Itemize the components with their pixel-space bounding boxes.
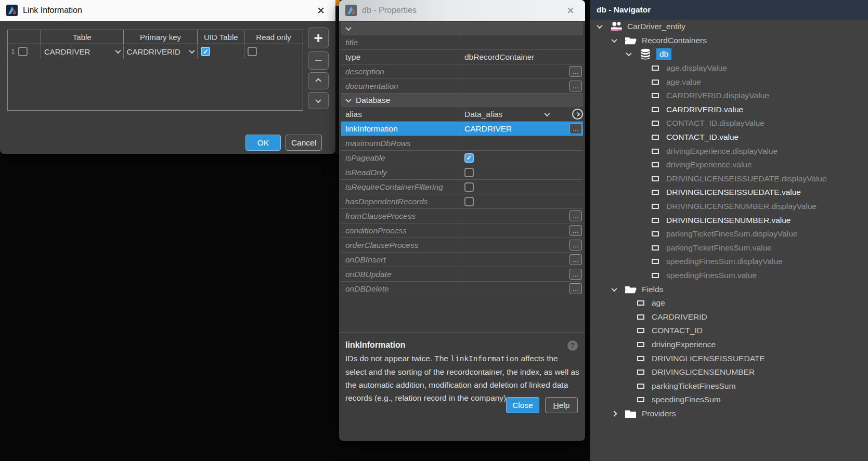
isRequireContainerFiltering-checkbox[interactable] <box>464 182 474 192</box>
chevron-right-icon[interactable] <box>611 411 617 416</box>
chevron-down-icon[interactable] <box>189 48 195 54</box>
section-header-row[interactable]: Database <box>341 94 583 107</box>
property-row[interactable]: typedbRecordContainer <box>341 50 583 64</box>
tree-node-drivingexperience-value[interactable]: drivingExperience.value <box>590 158 868 172</box>
property-value-cell[interactable]: … <box>461 209 583 223</box>
help-circle-icon[interactable]: ? <box>567 340 578 351</box>
close-icon[interactable]: ✕ <box>562 5 579 17</box>
property-row[interactable]: hasDependentRecords <box>341 194 583 209</box>
tree-node-parkingticketfinessum[interactable]: parkingTicketFinesSum <box>590 379 868 393</box>
property-value-cell[interactable]: … <box>461 282 583 296</box>
tree-node-providers[interactable]: Providers <box>590 407 868 421</box>
tree-node-drivingexperience-displayvalue[interactable]: drivingExperience.displayValue <box>590 144 868 158</box>
remove-row-button[interactable]: − <box>308 51 329 70</box>
tree-node-speedingfinessum[interactable]: speedingFinesSum <box>590 393 868 407</box>
property-row[interactable]: isRequireContainerFiltering <box>341 180 583 194</box>
chevron-down-icon[interactable] <box>626 50 631 56</box>
tree-node-speedingfinessum-displayvalue[interactable]: speedingFinesSum.displayValue <box>590 255 868 269</box>
tree-node-drivingexperience[interactable]: drivingExperience <box>590 338 868 352</box>
ellipsis-button[interactable]: … <box>569 283 582 294</box>
ellipsis-button[interactable]: … <box>569 210 582 221</box>
tree-node-db[interactable]: db <box>590 47 868 61</box>
help-button[interactable]: Help <box>545 397 578 413</box>
tree-node-drivinglicensenumber[interactable]: DRIVINGLICENSENUMBER <box>590 365 868 379</box>
property-value-cell[interactable] <box>461 165 583 179</box>
tree-node-parkingticketfinessum-displayvalue[interactable]: parkingTicketFinesSum.displayValue <box>590 227 868 241</box>
tree-node-drivinglicensenumber-displayvalue[interactable]: DRIVINGLICENSENUMBER.displayValue <box>590 200 868 214</box>
table-cell-read-only[interactable] <box>244 44 303 59</box>
jump-to-icon[interactable] <box>572 109 583 120</box>
link-dialog-titlebar[interactable]: Link Information ✕ <box>0 0 335 21</box>
move-up-button[interactable] <box>308 72 329 89</box>
tree-node-drivinglicenseissuedate[interactable]: DRIVINGLICENSEISSUEDATE <box>590 351 868 365</box>
chevron-down-icon[interactable] <box>611 37 617 43</box>
chevron-down-icon[interactable] <box>611 286 617 292</box>
tree-node-drivinglicensenumber-value[interactable]: DRIVINGLICENSENUMBER.value <box>590 213 868 227</box>
property-row[interactable]: onDBInsert… <box>341 253 583 267</box>
tree-node-age[interactable]: age <box>590 296 868 310</box>
tree-node-age-displayvalue[interactable]: age.displayValue <box>590 61 868 75</box>
property-row[interactable]: isPageable✓ <box>341 151 583 165</box>
property-value-cell[interactable]: dbRecordContainer <box>461 50 583 64</box>
table-row[interactable]: 1 CARDRIVER CARDRIVERID ✓ <box>8 44 303 59</box>
property-value-cell[interactable]: … <box>461 253 583 267</box>
tree-node-contact-id-value[interactable]: CONTACT_ID.value <box>590 130 868 144</box>
ellipsis-button[interactable]: … <box>569 254 582 265</box>
ellipsis-button[interactable]: … <box>569 123 582 134</box>
property-row[interactable]: description… <box>341 64 583 79</box>
tree-node-cardriver-entity[interactable]: CarDriver_entity <box>590 20 868 34</box>
isReadOnly-checkbox[interactable] <box>464 168 474 177</box>
table-cell-primary-key[interactable]: CARDRIVERID <box>124 44 198 59</box>
property-value-cell[interactable]: Data_alias <box>461 107 583 121</box>
property-row[interactable]: onDBDelete… <box>341 282 583 296</box>
property-value-cell[interactable]: … <box>461 64 583 78</box>
tree-node-cardriverid-value[interactable]: CARDRIVERID.value <box>590 103 868 117</box>
cancel-button[interactable]: Cancel <box>286 135 322 151</box>
tree-node-speedingfinessum-value[interactable]: speedingFinesSum.value <box>590 269 868 283</box>
row-select-checkbox[interactable] <box>18 47 28 56</box>
property-row[interactable]: aliasData_alias <box>341 107 583 122</box>
tree-node-recordcontainers[interactable]: RecordContainers <box>590 34 868 48</box>
property-row[interactable]: maximumDbRows <box>341 136 583 151</box>
tree-node-drivinglicenseissuedate-value[interactable]: DRIVINGLICENSEISSUEDATE.value <box>590 186 868 200</box>
property-row[interactable]: isReadOnly <box>341 165 583 180</box>
ok-button[interactable]: OK <box>245 135 281 151</box>
property-value-cell[interactable]: CARDRIVER… <box>461 122 583 136</box>
property-value-cell[interactable]: ✓ <box>461 151 583 165</box>
property-value-cell[interactable] <box>461 194 583 208</box>
property-value-cell[interactable]: … <box>461 238 583 252</box>
tree-node-age-value[interactable]: age.value <box>590 75 868 89</box>
property-value-cell[interactable] <box>461 180 583 194</box>
chevron-down-icon[interactable] <box>115 48 121 54</box>
close-icon[interactable]: ✕ <box>313 5 329 17</box>
tree-node-contact-id-displayvalue[interactable]: CONTACT_ID.displayValue <box>590 116 868 130</box>
chevron-down-icon[interactable] <box>345 96 351 102</box>
property-value-cell[interactable]: … <box>461 223 583 238</box>
ellipsis-button[interactable]: … <box>569 240 582 251</box>
add-row-button[interactable]: + <box>308 28 329 48</box>
isPageable-checkbox[interactable]: ✓ <box>464 153 474 163</box>
property-row[interactable]: linkInformationCARDRIVER… <box>341 122 583 136</box>
property-row[interactable]: onDBUpdate… <box>341 267 583 282</box>
table-cell-table[interactable]: CARDRIVER <box>41 44 124 59</box>
tree-node-cardriverid-displayvalue[interactable]: CARDRIVERID.displayValue <box>590 89 868 103</box>
property-value-cell[interactable] <box>461 136 583 150</box>
ellipsis-button[interactable]: … <box>569 269 582 280</box>
property-value-cell[interactable] <box>461 35 583 49</box>
tree-node-fields[interactable]: Fields <box>590 282 868 296</box>
read-only-checkbox[interactable] <box>248 47 257 56</box>
table-cell-uid-table[interactable]: ✓ <box>198 44 244 59</box>
property-row[interactable]: title <box>341 35 583 50</box>
move-down-button[interactable] <box>308 92 329 109</box>
tree-node-parkingticketfinessum-value[interactable]: parkingTicketFinesSum.value <box>590 241 868 255</box>
property-value-cell[interactable]: … <box>461 79 583 93</box>
hasDependentRecords-checkbox[interactable] <box>464 197 474 206</box>
uid-table-checkbox[interactable]: ✓ <box>201 47 210 56</box>
tree-node-contact-id[interactable]: CONTACT_ID <box>590 324 868 338</box>
property-row[interactable]: conditionProcess… <box>341 223 583 238</box>
properties-dialog-titlebar[interactable]: db - Properties ✕ <box>339 0 585 21</box>
tree-node-drivinglicenseissuedate-displayvalue[interactable]: DRIVINGLICENSEISSUEDATE.displayValue <box>590 172 868 186</box>
property-row[interactable]: fromClauseProcess… <box>341 209 583 223</box>
property-row[interactable]: orderClauseProcess… <box>341 238 583 253</box>
chevron-down-icon[interactable] <box>597 23 602 29</box>
